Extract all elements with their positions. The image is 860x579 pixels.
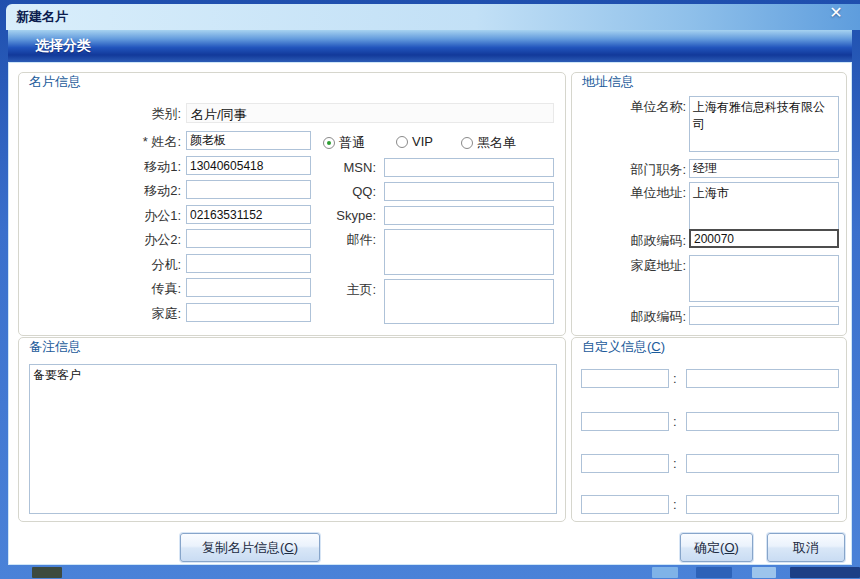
- custom-colon-3: :: [673, 456, 677, 471]
- custom-info-panel: 自定义信息(C) : : : :: [571, 337, 847, 522]
- radio-vip-icon: [396, 136, 408, 148]
- home-postcode-input[interactable]: [689, 306, 839, 325]
- company-address-label: 单位地址:: [582, 184, 686, 202]
- dialog-content: 名片信息 类别: 名片/同事 * 姓名: 普通 VIP 黑名单 移动1: 移动2…: [8, 62, 852, 565]
- custom-colon-2: :: [673, 414, 677, 429]
- office1-label: 办公1:: [71, 207, 181, 225]
- card-info-legend: 名片信息: [25, 73, 85, 91]
- postcode-input[interactable]: [689, 229, 839, 248]
- custom-key-input-3[interactable]: [581, 454, 669, 473]
- section-header-band: 选择分类: [8, 30, 852, 62]
- custom-key-input-4[interactable]: [581, 495, 669, 514]
- radio-blacklist[interactable]: 黑名单: [461, 134, 516, 152]
- department-input[interactable]: [689, 159, 839, 178]
- notes-panel: 备注信息 备要客户: [18, 337, 566, 522]
- mobile2-input[interactable]: [186, 180, 311, 199]
- close-icon[interactable]: ✕: [824, 3, 848, 23]
- home-postcode-label: 邮政编码:: [582, 308, 686, 326]
- category-field[interactable]: 名片/同事: [186, 103, 554, 123]
- name-label: * 姓名:: [71, 133, 181, 151]
- fax-input[interactable]: [186, 278, 311, 297]
- msn-input[interactable]: [384, 158, 554, 177]
- postcode-label: 邮政编码:: [582, 232, 686, 250]
- office2-input[interactable]: [186, 229, 311, 248]
- address-info-legend: 地址信息: [578, 73, 638, 91]
- taskbar-fragment: [32, 567, 62, 578]
- fax-label: 传真:: [71, 280, 181, 298]
- home-address-label: 家庭地址:: [582, 257, 686, 275]
- mobile1-input[interactable]: [186, 156, 311, 175]
- mobile1-label: 移动1:: [71, 158, 181, 176]
- name-input[interactable]: [186, 131, 311, 150]
- extension-input[interactable]: [186, 254, 311, 273]
- notes-textarea[interactable]: 备要客户: [29, 364, 557, 514]
- email-textarea[interactable]: [384, 229, 554, 275]
- home-input[interactable]: [186, 303, 311, 322]
- title-bar: 新建名片: [6, 4, 860, 30]
- radio-vip[interactable]: VIP: [396, 134, 433, 149]
- extension-label: 分机:: [71, 256, 181, 274]
- taskbar-fragment: [790, 567, 860, 578]
- select-category-header: 选择分类: [8, 37, 91, 55]
- card-info-panel: 名片信息 类别: 名片/同事 * 姓名: 普通 VIP 黑名单 移动1: 移动2…: [18, 72, 566, 336]
- taskbar-fragment: [752, 567, 776, 578]
- msn-label: MSN:: [299, 160, 376, 175]
- taskbar-fragment: [696, 567, 732, 578]
- custom-key-input-1[interactable]: [581, 369, 669, 388]
- home-address-textarea[interactable]: [689, 255, 839, 302]
- custom-value-input-2[interactable]: [686, 412, 839, 431]
- custom-value-input-4[interactable]: [686, 495, 839, 514]
- notes-legend: 备注信息: [25, 338, 85, 356]
- email-label: 邮件:: [299, 231, 376, 249]
- radio-blacklist-icon: [461, 137, 473, 149]
- mobile2-label: 移动2:: [71, 182, 181, 200]
- qq-input[interactable]: [384, 182, 554, 201]
- qq-label: QQ:: [299, 184, 376, 199]
- copy-card-info-button[interactable]: 复制名片信息(C): [180, 533, 320, 562]
- office1-input[interactable]: [186, 205, 311, 224]
- window-title: 新建名片: [6, 8, 68, 26]
- custom-value-input-3[interactable]: [686, 454, 839, 473]
- homepage-textarea[interactable]: [384, 279, 554, 324]
- homepage-label: 主页:: [299, 281, 376, 299]
- custom-value-input-1[interactable]: [686, 369, 839, 388]
- required-mark: *: [143, 134, 148, 149]
- company-name-textarea[interactable]: 上海有雅信息科技有限公司: [689, 96, 839, 152]
- taskbar-fragment: [652, 567, 678, 578]
- custom-colon-4: :: [673, 497, 677, 512]
- cancel-button[interactable]: 取消: [767, 533, 845, 562]
- skype-label: Skype:: [299, 208, 376, 223]
- address-info-panel: 地址信息 单位名称: 上海有雅信息科技有限公司 部门职务: 单位地址: 上海市 …: [571, 72, 847, 336]
- ok-button[interactable]: 确定(O): [680, 533, 753, 562]
- custom-info-legend: 自定义信息(C): [578, 338, 669, 356]
- skype-input[interactable]: [384, 206, 554, 225]
- department-label: 部门职务:: [582, 161, 686, 179]
- background-window-strip: [0, 565, 860, 579]
- radio-normal[interactable]: 普通: [323, 134, 365, 152]
- office2-label: 办公2:: [71, 231, 181, 249]
- custom-colon-1: :: [673, 371, 677, 386]
- radio-normal-icon: [323, 137, 335, 149]
- company-address-textarea[interactable]: 上海市: [689, 182, 839, 230]
- home-label: 家庭:: [71, 305, 181, 323]
- category-label: 类别:: [71, 105, 181, 123]
- company-name-label: 单位名称:: [582, 98, 686, 116]
- custom-key-input-2[interactable]: [581, 412, 669, 431]
